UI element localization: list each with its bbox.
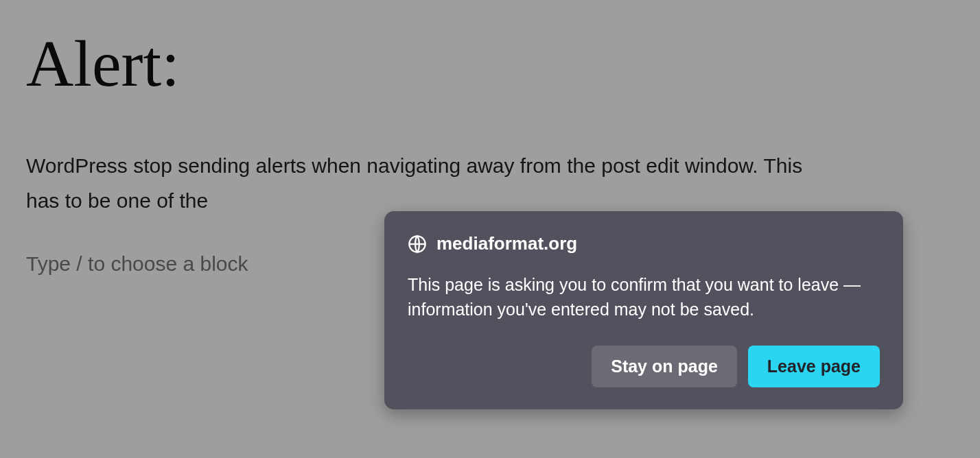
- dialog-header: mediaformat.org: [408, 233, 880, 254]
- leave-page-dialog: mediaformat.org This page is asking you …: [384, 211, 903, 409]
- stay-on-page-button[interactable]: Stay on page: [592, 346, 737, 387]
- leave-page-button[interactable]: Leave page: [748, 346, 880, 387]
- dialog-message: This page is asking you to confirm that …: [408, 272, 880, 322]
- dialog-site-name: mediaformat.org: [436, 233, 577, 254]
- globe-icon: [408, 234, 427, 254]
- dialog-actions: Stay on page Leave page: [408, 346, 880, 387]
